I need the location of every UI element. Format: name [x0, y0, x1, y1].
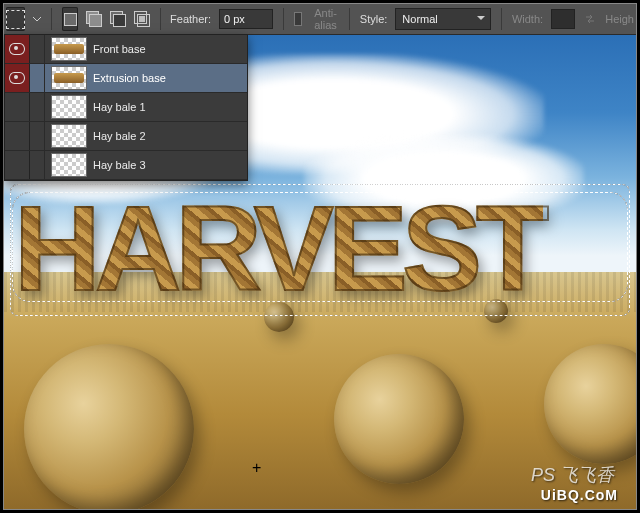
eye-icon	[9, 43, 25, 55]
width-input	[551, 9, 575, 29]
selection-intersect-button[interactable]	[134, 7, 150, 31]
height-label: Heigh	[605, 13, 634, 25]
layer-name[interactable]: Hay bale 3	[93, 159, 146, 171]
layer-name[interactable]: Extrusion base	[93, 72, 166, 84]
selection-new-button[interactable]	[62, 7, 78, 31]
layer-thumbnail[interactable]	[51, 37, 87, 61]
hay-bale	[334, 354, 464, 484]
tool-preset-chevron-icon[interactable]	[33, 7, 41, 31]
layer-link-column	[30, 151, 45, 179]
layer-visibility-toggle[interactable]	[5, 93, 30, 121]
layer-thumbnail[interactable]	[51, 95, 87, 119]
layer-row[interactable]: Hay bale 1	[5, 93, 247, 122]
layer-name[interactable]: Hay bale 2	[93, 130, 146, 142]
width-label: Width:	[512, 13, 543, 25]
swap-dimensions-icon	[583, 12, 597, 26]
options-bar: Feather: Anti-alias Style: Normal Width:…	[4, 4, 636, 35]
feather-input[interactable]	[219, 9, 273, 29]
layer-link-column	[30, 122, 45, 150]
layer-row[interactable]: Front base	[5, 35, 247, 64]
antialias-label: Anti-alias	[314, 7, 339, 31]
layer-visibility-toggle[interactable]	[5, 151, 30, 179]
feather-label: Feather:	[170, 13, 211, 25]
watermark-text: PS 飞飞香	[531, 463, 614, 487]
antialias-checkbox	[294, 12, 303, 26]
layer-visibility-toggle[interactable]	[5, 35, 30, 63]
watermark-text: UiBQ.CoM	[541, 487, 618, 503]
layer-row[interactable]: Hay bale 2	[5, 122, 247, 151]
style-value: Normal	[402, 13, 437, 25]
layer-thumbnail[interactable]	[51, 124, 87, 148]
layer-row[interactable]: Hay bale 3	[5, 151, 247, 180]
marquee-tool-icon[interactable]	[6, 7, 25, 31]
hay-bale	[24, 344, 194, 509]
layer-link-column	[30, 64, 45, 92]
layer-link-column	[30, 35, 45, 63]
layer-thumbnail[interactable]	[51, 66, 87, 90]
eye-icon	[9, 72, 25, 84]
layers-panel[interactable]: Front baseExtrusion baseHay bale 1Hay ba…	[4, 34, 248, 181]
style-label: Style:	[360, 13, 388, 25]
layer-visibility-toggle[interactable]	[5, 64, 30, 92]
layer-visibility-toggle[interactable]	[5, 122, 30, 150]
harvest-text: HARVEST	[14, 179, 543, 317]
layer-name[interactable]: Hay bale 1	[93, 101, 146, 113]
layer-link-column	[30, 93, 45, 121]
selection-subtract-button[interactable]	[110, 7, 126, 31]
layer-row[interactable]: Extrusion base	[5, 64, 247, 93]
style-select[interactable]: Normal	[395, 8, 491, 30]
selection-add-button[interactable]	[86, 7, 102, 31]
layer-thumbnail[interactable]	[51, 153, 87, 177]
layer-name[interactable]: Front base	[93, 43, 146, 55]
